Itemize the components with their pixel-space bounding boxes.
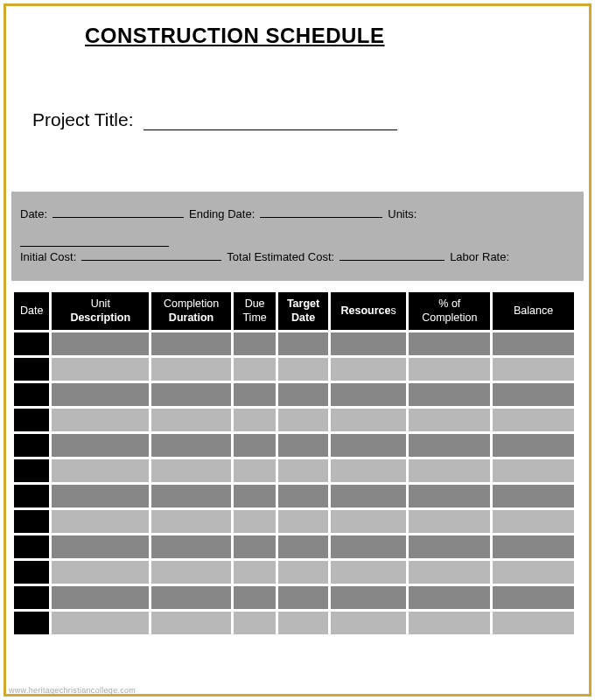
table-cell[interactable] [151, 434, 231, 457]
table-cell[interactable] [151, 536, 231, 558]
initial-cost-blank[interactable] [81, 250, 221, 261]
table-cell[interactable] [151, 409, 231, 431]
table-cell[interactable] [493, 612, 574, 634]
table-cell[interactable] [409, 332, 490, 355]
table-cell[interactable] [234, 332, 276, 355]
table-cell[interactable] [409, 383, 490, 406]
total-estimated-blank[interactable] [340, 250, 444, 261]
table-cell[interactable] [331, 612, 407, 634]
units-blank[interactable] [20, 236, 169, 247]
table-cell[interactable] [409, 358, 490, 381]
table-cell[interactable] [52, 459, 149, 482]
table-cell[interactable] [409, 536, 490, 558]
table-cell[interactable] [278, 332, 327, 355]
table-cell[interactable] [52, 536, 149, 558]
table-cell[interactable] [331, 510, 407, 533]
table-cell[interactable] [278, 485, 327, 508]
table-cell[interactable] [493, 332, 574, 355]
table-cell[interactable] [52, 612, 149, 634]
table-cell[interactable] [52, 332, 149, 355]
table-cell[interactable] [493, 510, 574, 533]
table-cell[interactable] [409, 586, 490, 609]
table-cell[interactable] [151, 358, 231, 381]
table-cell[interactable] [278, 409, 327, 431]
table-cell[interactable] [14, 485, 49, 508]
table-cell[interactable] [331, 383, 407, 406]
table-cell[interactable] [234, 409, 276, 431]
table-cell[interactable] [278, 536, 327, 558]
table-cell[interactable] [493, 586, 574, 609]
table-cell[interactable] [493, 561, 574, 584]
table-cell[interactable] [234, 383, 276, 406]
table-cell[interactable] [14, 459, 49, 482]
table-cell[interactable] [493, 409, 574, 431]
table-cell[interactable] [278, 358, 327, 381]
table-cell[interactable] [14, 383, 49, 406]
table-cell[interactable] [493, 536, 574, 558]
table-cell[interactable] [52, 561, 149, 584]
table-cell[interactable] [493, 459, 574, 482]
table-cell[interactable] [14, 358, 49, 381]
table-cell[interactable] [14, 510, 49, 533]
table-cell[interactable] [278, 383, 327, 406]
table-cell[interactable] [331, 586, 407, 609]
date-blank[interactable] [52, 207, 184, 218]
table-cell[interactable] [52, 434, 149, 457]
table-cell[interactable] [234, 612, 276, 634]
table-cell[interactable] [409, 612, 490, 634]
table-cell[interactable] [14, 586, 49, 609]
table-cell[interactable] [151, 332, 231, 355]
table-cell[interactable] [14, 409, 49, 431]
table-cell[interactable] [278, 510, 327, 533]
table-cell[interactable] [151, 485, 231, 508]
table-cell[interactable] [331, 536, 407, 558]
table-cell[interactable] [331, 358, 407, 381]
table-cell[interactable] [234, 510, 276, 533]
project-title-blank[interactable] [144, 115, 397, 130]
table-cell[interactable] [493, 383, 574, 406]
table-cell[interactable] [331, 332, 407, 355]
table-cell[interactable] [493, 358, 574, 381]
table-cell[interactable] [151, 459, 231, 482]
table-cell[interactable] [409, 459, 490, 482]
table-cell[interactable] [52, 586, 149, 609]
table-cell[interactable] [14, 536, 49, 558]
table-cell[interactable] [331, 459, 407, 482]
table-cell[interactable] [234, 586, 276, 609]
table-cell[interactable] [14, 434, 49, 457]
table-cell[interactable] [409, 561, 490, 584]
table-cell[interactable] [52, 510, 149, 533]
table-cell[interactable] [52, 383, 149, 406]
table-cell[interactable] [14, 612, 49, 634]
table-cell[interactable] [409, 485, 490, 508]
table-cell[interactable] [278, 586, 327, 609]
table-cell[interactable] [234, 536, 276, 558]
table-cell[interactable] [234, 485, 276, 508]
table-cell[interactable] [278, 561, 327, 584]
table-cell[interactable] [234, 358, 276, 381]
table-cell[interactable] [151, 561, 231, 584]
table-cell[interactable] [234, 434, 276, 457]
table-cell[interactable] [331, 409, 407, 431]
table-cell[interactable] [493, 485, 574, 508]
table-cell[interactable] [278, 459, 327, 482]
table-cell[interactable] [409, 434, 490, 457]
table-cell[interactable] [278, 434, 327, 457]
ending-date-blank[interactable] [260, 207, 382, 218]
table-cell[interactable] [14, 561, 49, 584]
table-cell[interactable] [151, 383, 231, 406]
table-cell[interactable] [409, 510, 490, 533]
table-cell[interactable] [331, 434, 407, 457]
table-cell[interactable] [52, 485, 149, 508]
table-cell[interactable] [14, 332, 49, 355]
table-cell[interactable] [234, 459, 276, 482]
table-cell[interactable] [331, 485, 407, 508]
table-cell[interactable] [331, 561, 407, 584]
table-cell[interactable] [493, 434, 574, 457]
table-cell[interactable] [234, 561, 276, 584]
table-cell[interactable] [151, 612, 231, 634]
table-cell[interactable] [151, 510, 231, 533]
table-cell[interactable] [151, 586, 231, 609]
table-cell[interactable] [52, 409, 149, 431]
table-cell[interactable] [52, 358, 149, 381]
